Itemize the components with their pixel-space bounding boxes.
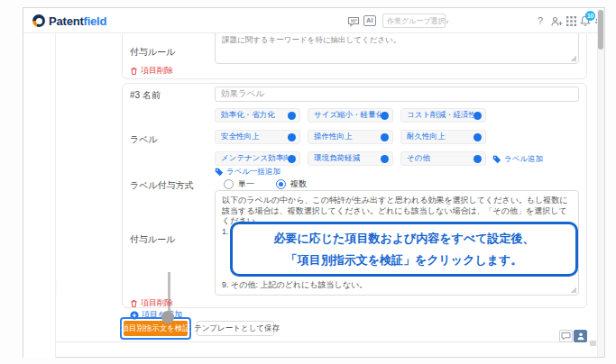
remove-tag-icon[interactable]: × — [473, 155, 482, 163]
ai-search-icon[interactable]: AI — [363, 15, 376, 26]
remove-tag-icon[interactable]: × — [288, 112, 296, 120]
resize-handle[interactable] — [570, 287, 576, 293]
item3-name-label: #3 名前 — [130, 89, 161, 102]
logo-text-patent: Patent — [49, 14, 84, 28]
label-tag[interactable]: メンテナンス効率向上× — [215, 151, 300, 166]
remove-tag-icon[interactable]: × — [288, 133, 296, 141]
item3-rule-label: 付与ルール — [130, 233, 175, 246]
support-chat-button[interactable] — [559, 330, 573, 342]
radio-multiple-label: 複数 — [290, 178, 307, 190]
remove-tag-icon[interactable]: × — [288, 155, 296, 163]
vertical-scrollbar[interactable] — [597, 9, 604, 357]
label-tag[interactable]: 環境負荷軽減× — [308, 151, 393, 166]
scrollbar-corner — [590, 341, 596, 346]
remove-tag-icon[interactable]: × — [381, 155, 389, 163]
callout-line-1: 必要に応じた項目数および内容をすべて設定後、 — [233, 228, 575, 250]
validate-instructions-button[interactable]: 項目別指示文を検証 — [124, 321, 188, 336]
item3-method-label: ラベル付与方式 — [130, 179, 194, 192]
footer-divider — [23, 341, 604, 342]
tag-icon — [492, 155, 501, 164]
label-method-radio-group: 単一 複数 — [224, 178, 307, 190]
invite-user-icon[interactable] — [550, 15, 563, 27]
chevron-down-icon: ∨ — [446, 18, 449, 24]
radio-single-label: 単一 — [238, 178, 254, 190]
label-tag[interactable]: コスト削減・経済性× — [400, 108, 486, 123]
callout-connector-dot — [161, 311, 174, 323]
label-tag[interactable]: 操作性向上× — [308, 130, 393, 144]
workgroup-select-value: 作業グループ選択 — [387, 16, 446, 26]
remove-tag-icon[interactable]: × — [473, 112, 482, 120]
item3-delete-item-link[interactable]: 項目削除 — [130, 297, 173, 309]
remove-tag-icon[interactable]: × — [381, 133, 389, 141]
top-header: Patentfield AI 作業グループ選択 ∨ ? 10 — [23, 8, 604, 33]
prev-delete-item-link[interactable]: 項目削除 — [130, 65, 173, 77]
help-icon[interactable]: ? — [536, 14, 545, 27]
label-tag[interactable]: 効率化・省力化× — [215, 108, 300, 123]
agent-contact-button[interactable] — [574, 330, 587, 342]
app-window: Patentfield AI 作業グループ選択 ∨ ? 10 — [23, 7, 605, 358]
item3-labels-label: ラベル — [130, 133, 158, 146]
patentfield-logo[interactable]: Patentfield — [32, 13, 106, 29]
trash-icon — [130, 299, 138, 308]
chat-search-icon[interactable] — [346, 15, 360, 27]
scrollbar-thumb[interactable] — [598, 10, 603, 50]
label-tag[interactable]: 耐久性向上× — [400, 130, 486, 144]
person-icon — [576, 332, 585, 341]
tag-icon — [215, 168, 224, 177]
save-as-template-button[interactable]: テンプレートとして保存 — [197, 321, 274, 336]
label-tag[interactable]: サイズ縮小・軽量化× — [308, 108, 393, 123]
screen: Patentfield AI 作業グループ選択 ∨ ? 10 — [0, 0, 616, 364]
radio-multiple[interactable] — [276, 179, 286, 189]
resize-handle[interactable] — [570, 55, 576, 61]
chat-bubble-icon — [561, 332, 571, 341]
logo-mark-icon — [32, 14, 45, 27]
add-label-link[interactable]: ラベル追加 — [492, 154, 543, 165]
callout-line-2: 「項目別指示文を検証」をクリックします。 — [233, 250, 575, 271]
workgroup-select[interactable]: 作業グループ選択 ∨ — [382, 14, 446, 28]
bulk-add-label-link[interactable]: ラベル一括追加 — [215, 167, 280, 177]
rule-last-text: 9. その他: 上記のどれにも該当しない。 — [222, 280, 569, 291]
notification-count-badge: 10 — [585, 11, 595, 21]
prev-rule-text: 課題に関するキーワードを特に抽出してください。 — [222, 35, 569, 46]
apps-grid-icon[interactable] — [565, 16, 576, 26]
trash-icon — [130, 67, 138, 76]
radio-single[interactable] — [224, 179, 234, 189]
left-sidebar — [23, 33, 56, 358]
remove-tag-icon[interactable]: × — [381, 112, 389, 120]
label-tag[interactable]: その他× — [400, 151, 486, 166]
walkthrough-callout: 必要に応じた項目数および内容をすべて設定後、 「項目別指示文を検証」をクリックし… — [230, 222, 578, 277]
item3-name-input[interactable] — [215, 86, 579, 102]
prev-rule-label: 付与ルール — [130, 46, 175, 59]
label-tag[interactable]: 安全性向上× — [215, 130, 300, 144]
logo-text-field: field — [84, 14, 107, 28]
remove-tag-icon[interactable]: × — [473, 133, 482, 141]
